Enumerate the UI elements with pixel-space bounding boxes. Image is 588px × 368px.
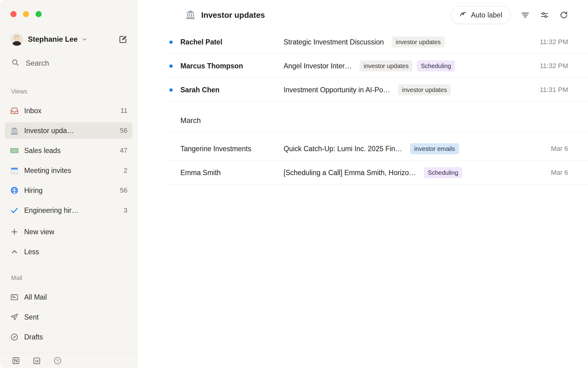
sidebar-item-investor-updates[interactable]: Investor upda… 56 [5, 122, 132, 139]
compose-icon[interactable] [118, 34, 128, 44]
search-icon [11, 58, 20, 68]
unread-count: 56 [117, 186, 127, 194]
auto-label-icon [459, 11, 467, 20]
sidebar-item-all-mail[interactable]: All Mail [5, 289, 132, 305]
sidebar-item-hiring[interactable]: Hiring 56 [5, 182, 132, 199]
email-sender: Rachel Patel [180, 38, 284, 46]
sidebar-item-label: All Mail [24, 293, 47, 301]
sidebar-item-label: Drafts [24, 333, 43, 341]
account-switcher[interactable]: Stephanie Lee [10, 33, 128, 46]
email-row[interactable]: Emma Smith [Scheduling a Call] Emma Smit… [138, 161, 588, 185]
minimize-window-button[interactable] [23, 11, 29, 17]
email-row[interactable]: Rachel Patel Strategic Investment Discus… [138, 30, 588, 54]
view-header: Investor updates Auto label [138, 0, 588, 30]
sidebar-item-label: Engineering hir… [24, 206, 79, 215]
sliders-icon[interactable] [540, 10, 549, 20]
unread-indicator-col [167, 171, 180, 174]
label-chip[interactable]: Scheduling [424, 167, 462, 178]
email-time: 11:31 PM [532, 86, 568, 94]
label-chip[interactable]: Scheduling [417, 60, 455, 71]
search-label: Search [26, 59, 49, 67]
refresh-icon[interactable] [559, 10, 568, 20]
label-chip[interactable]: investor updates [392, 36, 445, 48]
chevron-down-icon[interactable] [81, 36, 88, 43]
label-chips: investor emails [410, 143, 459, 154]
page-title: Investor updates [201, 10, 265, 20]
less-button[interactable]: Less [5, 243, 132, 260]
notion-icon[interactable] [12, 356, 20, 365]
zoom-window-button[interactable] [36, 11, 42, 17]
unread-count: 47 [117, 147, 127, 155]
email-subject: [Scheduling a Call] Emma Smith, Horizo… [284, 169, 416, 177]
unread-indicator-col [167, 88, 180, 92]
close-window-button[interactable] [10, 11, 17, 17]
send-icon [10, 312, 19, 322]
bank-icon [10, 126, 19, 135]
chevron-up-icon [10, 247, 19, 256]
email-sender: Sarah Chen [180, 86, 284, 94]
label-chip[interactable]: investor emails [410, 143, 459, 154]
new-view-button[interactable]: New view [5, 224, 132, 240]
email-time: 11:32 PM [532, 62, 568, 70]
auto-label-button[interactable]: Auto label [451, 6, 511, 24]
sidebar-item-label: Meeting invites [24, 167, 71, 175]
sidebar-item-meeting-invites[interactable]: Meeting invites 2 [5, 162, 132, 179]
unread-count: 11 [117, 107, 127, 115]
views-section-label: Views [11, 87, 137, 96]
sidebar-item-engineering-hiring[interactable]: Engineering hir… 3 [5, 202, 132, 219]
month-label: March [180, 116, 201, 125]
money-icon: $ [10, 146, 19, 155]
sidebar-item-label: Sent [24, 313, 39, 321]
search-button[interactable]: Search [11, 57, 128, 69]
sidebar-item-inbox[interactable]: Inbox 11 [5, 102, 132, 119]
email-row[interactable]: Marcus Thompson Angel Investor Inter… in… [138, 54, 588, 78]
email-sender: Emma Smith [180, 169, 284, 177]
unread-count: 56 [117, 127, 127, 135]
label-chips: investor updates [398, 84, 451, 95]
app-window: Stephanie Lee Search Views [0, 0, 588, 368]
email-subject: Investment Opportunity in AI-Po… [284, 86, 390, 94]
auto-label-text: Auto label [471, 11, 502, 19]
calendar-icon [10, 166, 19, 175]
label-chip[interactable]: investor updates [398, 84, 451, 95]
label-chips: investor updates [392, 36, 445, 48]
email-list: Rachel Patel Strategic Investment Discus… [138, 30, 588, 368]
window-controls [0, 0, 137, 17]
unread-indicator-col [167, 64, 180, 68]
filter-icon[interactable] [521, 10, 530, 20]
unread-count: 3 [121, 206, 127, 214]
help-icon[interactable]: ? [53, 356, 62, 365]
label-chip[interactable]: investor updates [360, 60, 413, 71]
sidebar-item-label: Inbox [24, 107, 41, 115]
unread-indicator-col [167, 147, 180, 151]
sidebar-item-sent[interactable]: Sent [5, 309, 132, 325]
month-section-header: March [138, 109, 588, 132]
email-subject: Angel Investor Inter… [284, 62, 352, 70]
sidebar-item-label: Investor upda… [24, 127, 74, 135]
plus-icon [10, 227, 19, 236]
sidebar-item-drafts[interactable]: Drafts [5, 329, 132, 345]
check-icon [10, 206, 19, 215]
calendar-app-icon[interactable]: 14 [32, 356, 41, 365]
calendar-day: 14 [35, 359, 39, 363]
unread-indicator [169, 88, 173, 92]
unread-indicator [169, 64, 173, 68]
unread-indicator-col [167, 40, 180, 44]
views-nav: Inbox 11 Investor upda… 56 [0, 102, 137, 260]
unread-indicator [169, 40, 173, 44]
sidebar-item-label: Hiring [24, 186, 43, 195]
inbox-tray-icon [10, 106, 19, 115]
email-row[interactable]: Tangerine Investments Quick Catch-Up: Lu… [138, 137, 588, 161]
sidebar: Stephanie Lee Search Views [0, 0, 138, 368]
draft-icon [10, 332, 19, 342]
sidebar-footer: 14 ? [0, 353, 137, 368]
envelope-icon [10, 293, 19, 302]
email-sender: Marcus Thompson [180, 62, 284, 70]
user-name: Stephanie Lee [28, 35, 78, 44]
bank-icon [185, 9, 196, 21]
email-row[interactable]: Sarah Chen Investment Opportunity in AI-… [138, 78, 588, 102]
unread-count: 2 [121, 167, 127, 174]
avatar [10, 33, 23, 46]
sidebar-item-sales-leads[interactable]: $ Sales leads 47 [5, 142, 132, 159]
email-sender: Tangerine Investments [180, 145, 284, 153]
